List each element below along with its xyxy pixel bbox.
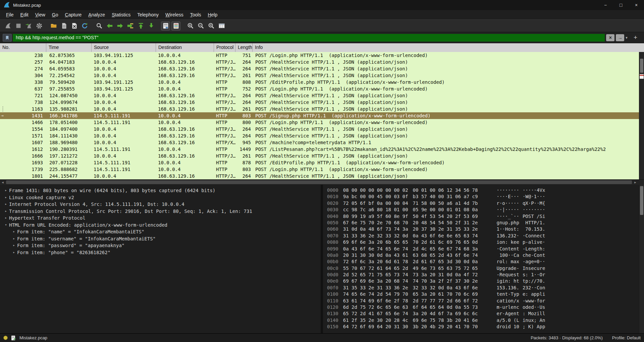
menu-statistics[interactable]: Statistics (108, 11, 134, 19)
menu-tools[interactable]: Tools (187, 11, 205, 19)
packet-row[interactable]: 27464.05958310.0.0.4168.63.129.16HTTP/J…… (0, 65, 644, 72)
hex-row[interactable]: 015064 72 6f 69 64 20 31 303b 20 4b 29 2… (327, 324, 644, 330)
hex-row[interactable]: 00f031 35 33 2e 31 33 36 2e32 33 32 0d 0… (327, 285, 644, 291)
packet-row[interactable]: 23862.875365103.94.191.12510.0.0.4HTTP75… (0, 52, 644, 59)
scroll-right-icon[interactable]: ► (633, 180, 638, 185)
packet-row[interactable]: 1554184.09740010.0.0.4168.63.129.16HTTP/… (0, 126, 644, 132)
collapsed-icon[interactable]: ▸ (3, 187, 9, 194)
collapsed-icon[interactable]: ▸ (3, 194, 9, 201)
packet-row[interactable]: 1163135.98828110.0.0.4168.63.129.16HTTP/… (0, 106, 644, 112)
collapsed-icon[interactable]: ▸ (3, 201, 9, 208)
detail-line[interactable]: ▸Form item: "name" = "InfokanCaraMembant… (0, 228, 321, 235)
hex-row[interactable]: 011063 61 74 69 6f 6e 2f 782d 77 77 77 2… (327, 298, 644, 304)
hex-row[interactable]: 010074 65 6e 74 2d 54 79 7065 3a 20 61 7… (327, 291, 644, 297)
expanded-icon[interactable]: ▾ (3, 222, 9, 229)
packet-list-hscrollbar[interactable]: ◄ ► (0, 179, 644, 185)
go-forward-icon[interactable] (115, 21, 124, 31)
colorize-icon[interactable] (171, 21, 180, 31)
hex-scrollbar-thumb[interactable] (640, 186, 643, 215)
save-file-icon[interactable] (59, 21, 68, 31)
packet-row[interactable]: 30472.25454210.0.0.4168.63.129.16HTTP/J…… (0, 72, 644, 79)
find-packet-icon[interactable] (95, 21, 104, 31)
go-back-icon[interactable] (105, 21, 114, 31)
menu-go[interactable]: Go (49, 11, 62, 19)
menu-edit[interactable]: Edit (17, 11, 32, 19)
menu-help[interactable]: Help (204, 11, 221, 19)
hex-row[interactable]: 00109a bc 00 00 45 00 03 0fb3 57 40 00 3… (327, 193, 644, 200)
hex-row[interactable]: 0030cc 98 7c a6 80 18 01 0005 9e 00 00 0… (327, 207, 644, 213)
hex-row[interactable]: 008069 6f 6e 3a 20 6b 65 6570 2d 61 6c 6… (327, 239, 644, 245)
hscrollbar-thumb[interactable] (6, 180, 632, 184)
column-header-info[interactable]: Info (253, 43, 644, 52)
packet-row[interactable]: 1693207.071228114.5.111.19110.0.0.4HTTP8… (0, 159, 644, 166)
detail-line[interactable]: ▾HTML Form URL Encoded: application/x-ww… (0, 222, 321, 229)
hex-row[interactable]: 005067 6e 75 70 2e 70 68 7020 48 54 54 5… (327, 220, 644, 226)
packet-row[interactable]: 1666197.12127210.0.0.4168.63.129.16HTTP/… (0, 153, 644, 159)
detail-line[interactable]: ▸Frame 1431: 803 bytes on wire (6424 bit… (0, 187, 321, 194)
packet-row[interactable]: 1739225.888682114.5.111.19110.0.0.4HTTP8… (0, 166, 644, 173)
packet-list-scrollbar[interactable] (639, 52, 644, 179)
hex-row[interactable]: 014061 2f 35 2e 30 20 28 4c69 6e 75 78 3… (327, 317, 644, 324)
hex-row[interactable]: 004080 99 19 a9 5f 60 8e 9f50 4f 53 54 2… (327, 213, 644, 220)
filter-dropdown-icon[interactable]: ▾ (626, 36, 628, 40)
open-file-icon[interactable] (49, 21, 58, 31)
close-file-icon[interactable] (70, 21, 79, 31)
go-first-icon[interactable] (136, 21, 145, 31)
detail-line[interactable]: ▸Internet Protocol Version 4, Src: 114.5… (0, 201, 321, 208)
go-last-icon[interactable] (147, 21, 156, 31)
menu-telephony[interactable]: Telephony (134, 11, 162, 19)
collapsed-icon[interactable]: ▸ (3, 208, 9, 215)
hex-row[interactable]: 00e069 67 69 6e 3a 20 68 7474 70 3a 2f 2… (327, 278, 644, 284)
column-header-protocol[interactable]: Protocol (214, 43, 235, 52)
detail-line[interactable]: ▸Form item: "password" = "apayaenaknya" (0, 242, 321, 249)
reload-file-icon[interactable] (80, 21, 89, 31)
resize-columns-icon[interactable] (217, 21, 226, 31)
detail-line[interactable]: ▸Linux cooked capture v2 (0, 194, 321, 201)
hex-row[interactable]: 00c055 70 67 72 61 64 65 2d49 6e 73 65 6… (327, 265, 644, 272)
scrollbar-thumb[interactable] (640, 59, 643, 73)
packet-row[interactable]: 1612190.280391114.5.111.19110.0.0.4HTTP1… (0, 146, 644, 153)
column-header-time[interactable]: Time (46, 43, 92, 52)
column-header-no[interactable]: No. (0, 43, 46, 52)
packet-row[interactable]: 1607188.96948010.0.0.4168.63.129.16HTTP/… (0, 139, 644, 146)
menu-analyze[interactable]: Analyze (85, 11, 108, 19)
filter-apply-icon[interactable]: → (616, 34, 624, 41)
hex-row[interactable]: 007031 33 36 2e 32 33 32 0d0a 43 6f 6e 6… (327, 233, 644, 239)
detail-line[interactable]: ▸Form item: "username" = "InfokanCaraMem… (0, 235, 321, 242)
minimize-button[interactable]: − (598, 0, 613, 10)
hex-row[interactable]: 01206d 2d 75 72 6c 65 6e 636f 64 65 64 0… (327, 304, 644, 310)
packet-row[interactable]: 738124.09967410.0.0.4168.63.129.16HTTP/J… (0, 99, 644, 106)
capture-options-icon[interactable] (35, 21, 44, 31)
detail-line[interactable]: ▸Form item: "phone" = "8263618262" (0, 249, 321, 256)
capture-comments-icon[interactable] (11, 335, 16, 341)
hex-row[interactable]: 00b072 6f 6c 3a 20 6d 61 782d 61 67 65 3… (327, 259, 644, 265)
pane-splitter[interactable] (321, 185, 323, 333)
filter-clear-icon[interactable]: × (606, 34, 614, 41)
filter-bookmark-icon[interactable] (3, 34, 12, 42)
hex-row[interactable]: 00a020 31 30 30 0d 0a 43 6163 68 65 2d 4… (327, 252, 644, 259)
menu-view[interactable]: View (32, 11, 49, 19)
collapsed-icon[interactable]: ▸ (11, 249, 17, 256)
status-profile[interactable]: Profile: Default (612, 335, 641, 340)
filter-add-button[interactable]: + (634, 34, 637, 41)
packet-row[interactable]: 25764.04718310.0.0.4168.63.129.16HTTP/J…… (0, 59, 644, 65)
collapsed-icon[interactable]: ▸ (3, 215, 9, 222)
packet-row[interactable]: 1571184.11143010.0.0.4168.63.129.16HTTP/… (0, 132, 644, 139)
packet-row[interactable]: 63797.255855103.94.191.12510.0.0.4HTTP75… (0, 86, 644, 92)
hex-row[interactable]: 00d02d 52 65 71 75 65 73 7473 3a 20 31 0… (327, 272, 644, 278)
stop-capture-icon[interactable] (14, 21, 23, 31)
menu-capture[interactable]: Capture (62, 11, 85, 19)
packet-row[interactable]: 1801244.15547710.0.0.4168.63.129.16HTTP/… (0, 173, 644, 179)
hex-pane-scrollbar[interactable] (639, 185, 644, 333)
collapsed-icon[interactable]: ▸ (11, 242, 17, 249)
hex-row[interactable]: 002072 05 6f bf 0a 00 00 0471 58 00 50 a… (327, 200, 644, 207)
detail-line[interactable]: ▸Hypertext Transfer Protocol (0, 215, 321, 222)
hex-row[interactable]: 000008 00 00 00 00 00 00 0200 01 00 06 1… (327, 187, 644, 193)
hex-row[interactable]: 006031 0d 0a 48 6f 73 74 3a20 37 30 2e 3… (327, 226, 644, 232)
column-header-source[interactable]: Source (92, 43, 156, 52)
hex-row[interactable]: 013065 72 2d 41 67 65 6e 743a 20 4d 6f 7… (327, 310, 644, 317)
hex-row[interactable]: 00900a 43 6f 6e 74 65 6e 742d 4c 65 6e 6… (327, 246, 644, 252)
zoom-out-icon[interactable] (196, 21, 205, 31)
auto-scroll-icon[interactable] (161, 21, 170, 31)
detail-line[interactable]: ▸Transmission Control Protocol, Src Port… (0, 208, 321, 215)
